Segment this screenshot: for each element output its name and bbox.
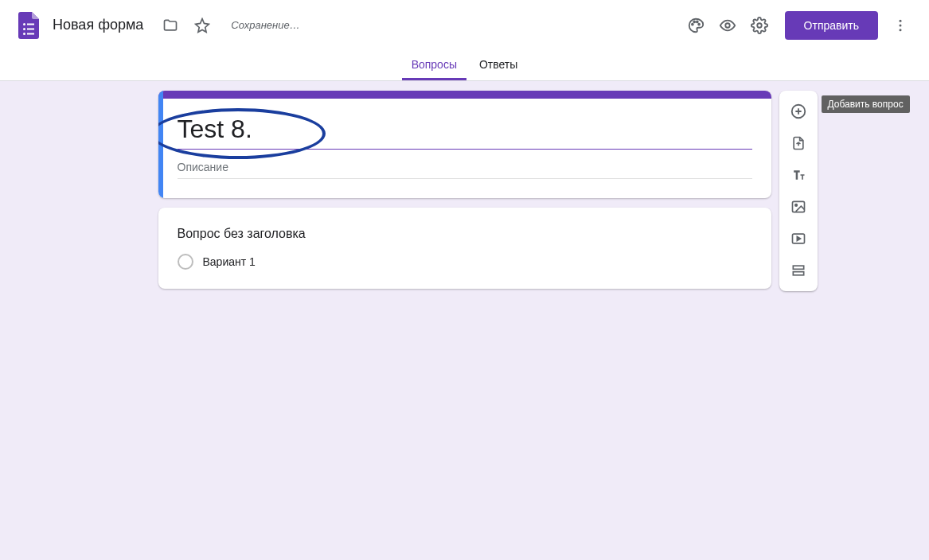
settings-button[interactable]	[744, 10, 775, 41]
svg-point-12	[900, 19, 902, 21]
save-status: Сохранение…	[231, 19, 299, 31]
forms-logo-icon	[13, 10, 45, 41]
svg-rect-0	[23, 23, 25, 25]
tab-questions[interactable]: Вопросы	[402, 51, 466, 80]
section-icon	[790, 262, 806, 278]
import-questions-button[interactable]	[784, 129, 813, 158]
option-label: Вариант 1	[203, 255, 256, 268]
video-icon	[790, 231, 806, 247]
more-menu-button[interactable]	[884, 10, 916, 41]
text-icon	[790, 167, 806, 183]
import-icon	[790, 135, 806, 151]
move-to-folder-button[interactable]	[154, 10, 186, 41]
svg-point-7	[693, 21, 695, 22]
send-button[interactable]: Отправить	[785, 11, 878, 40]
tab-responses[interactable]: Ответы	[470, 51, 527, 80]
svg-rect-2	[23, 28, 25, 30]
star-icon	[194, 18, 210, 33]
svg-point-9	[698, 23, 700, 25]
add-image-button[interactable]	[784, 192, 813, 221]
editor-tabs: Вопросы Ответы	[0, 51, 929, 81]
svg-rect-20	[793, 272, 803, 275]
add-title-button[interactable]	[784, 161, 813, 189]
add-section-button[interactable]	[784, 256, 813, 285]
gear-icon	[751, 17, 768, 34]
image-icon	[790, 199, 806, 215]
svg-point-10	[725, 23, 730, 28]
folder-icon	[162, 18, 178, 33]
form-canvas: Вопрос без заголовка Вариант 1	[0, 81, 929, 330]
eye-icon	[719, 17, 736, 34]
svg-point-11	[757, 23, 762, 28]
form-header-card[interactable]	[158, 91, 771, 198]
svg-rect-1	[27, 23, 34, 25]
star-button[interactable]	[186, 10, 218, 41]
customize-theme-button[interactable]	[680, 10, 712, 41]
svg-point-8	[696, 21, 697, 22]
preview-button[interactable]	[712, 10, 744, 41]
question-option-row: Вариант 1	[178, 254, 752, 270]
add-question-tooltip: Добавить вопрос	[822, 95, 910, 113]
floating-toolbar	[779, 91, 818, 291]
svg-point-13	[900, 24, 902, 26]
svg-point-6	[692, 23, 693, 25]
form-description-input[interactable]	[178, 150, 752, 179]
svg-rect-3	[27, 28, 34, 29]
question-title: Вопрос без заголовка	[178, 227, 752, 241]
svg-point-17	[794, 204, 797, 207]
radio-icon	[178, 254, 193, 270]
form-title-input[interactable]	[178, 108, 752, 150]
add-video-button[interactable]	[784, 224, 813, 253]
svg-point-14	[900, 29, 902, 31]
more-vertical-icon	[892, 18, 908, 33]
svg-rect-5	[27, 33, 34, 34]
plus-circle-icon	[790, 103, 807, 120]
document-title[interactable]: Новая форма	[51, 14, 145, 37]
add-question-button[interactable]	[784, 97, 813, 126]
svg-rect-4	[23, 33, 25, 35]
svg-rect-19	[793, 266, 803, 269]
app-header: Новая форма Сохранение… Отправить	[0, 0, 929, 51]
question-card[interactable]: Вопрос без заголовка Вариант 1	[158, 208, 771, 289]
palette-icon	[687, 17, 705, 34]
